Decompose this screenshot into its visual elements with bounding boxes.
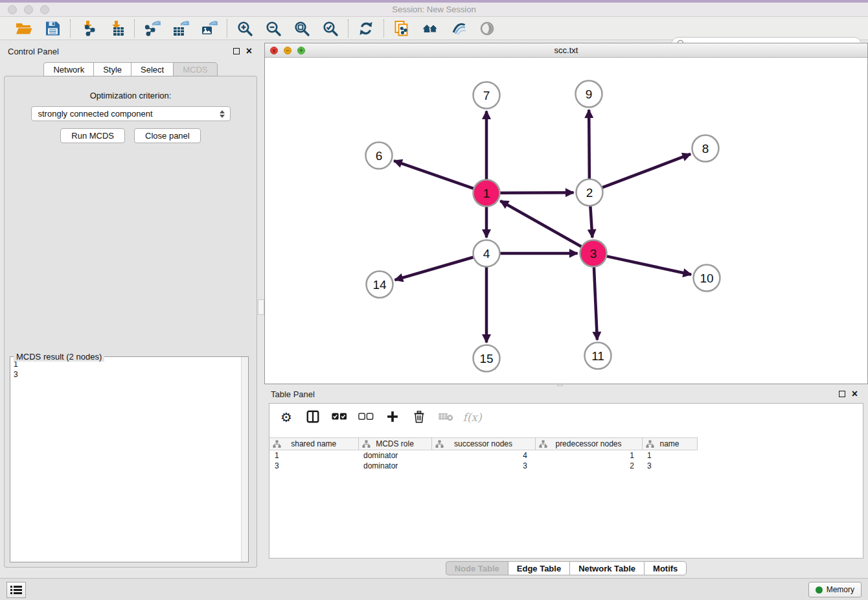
mcds-tab-panel: Optimization criterion: strongly connect… [4,76,257,568]
control-tab-select[interactable]: Select [131,62,173,76]
column-header-predecessor-nodes[interactable]: predecessor nodes [535,438,642,450]
column-layout-button[interactable] [304,409,321,426]
visual-style-swoosh-button[interactable] [450,19,468,38]
zoom-fit-icon [293,20,310,37]
export-table-button[interactable] [172,19,190,38]
graph-edge-3-11[interactable] [594,266,597,340]
column-layout-icon [306,410,320,426]
graph-edge-4-14[interactable] [395,257,474,280]
deselect-all-unchecked-button[interactable] [358,409,374,426]
add-column-button[interactable] [384,409,401,426]
delete-column-trash-button[interactable] [411,409,428,426]
table-tab-motifs[interactable]: Motifs [644,561,687,575]
graph-edge-2-3[interactable] [590,205,592,237]
optimization-criterion-label: Optimization criterion: [5,91,257,100]
main-toolbar [0,17,868,40]
graph-node-14[interactable]: 14 [367,271,393,298]
graph-node-6[interactable]: 6 [366,143,393,169]
table-panel-float-icon[interactable] [839,391,845,397]
graph-node-1[interactable]: 1 [474,180,500,207]
run-mcds-button[interactable]: Run MCDS [60,128,125,143]
graph-node-9[interactable]: 9 [576,81,602,108]
graph-edge-1-2[interactable] [499,192,573,193]
svg-text:4: 4 [483,247,490,260]
network-view-frame: x − + scc.txt 7968124314101511 [264,43,868,384]
mcds-result-scrollbar[interactable] [241,357,248,562]
table-cell[interactable]: 3 [269,461,358,471]
table-tab-node-table[interactable]: Node Table [446,561,508,575]
network-frame-titlebar[interactable]: x − + scc.txt [265,43,867,58]
close-panel-button[interactable]: Close panel [134,128,201,143]
node-table[interactable]: shared nameMCDS rolesuccessor nodesprede… [269,437,707,471]
column-header-shared-name[interactable]: shared name [269,438,358,450]
graph-edge-3-10[interactable] [606,256,691,274]
save-session-icon [44,20,61,37]
table-cell[interactable]: dominator [358,461,431,471]
import-table-button[interactable] [108,19,126,38]
table-cell[interactable]: 3 [642,461,697,471]
zoom-in-icon [236,20,253,37]
table-tab-edge-table[interactable]: Edge Table [508,561,569,575]
network-canvas[interactable]: 7968124314101511 [265,58,867,384]
column-header-successor-nodes[interactable]: successor nodes [431,438,535,450]
mcds-result-text: 1 3 [10,357,241,562]
graph-node-7[interactable]: 7 [474,82,500,109]
settings-gear-button[interactable]: ⚙ [278,409,295,426]
table-row[interactable]: 3dominator323 [269,461,707,471]
column-header-MCDS-role[interactable]: MCDS role [358,438,431,450]
table-cell[interactable]: dominator [358,450,431,461]
graph-node-15[interactable]: 15 [474,345,500,372]
save-session-button[interactable] [43,19,62,38]
add-column-icon [386,410,399,425]
control-tab-mcds[interactable]: MCDS [173,62,217,76]
memory-button[interactable]: Memory [808,582,862,597]
select-all-checked-button[interactable] [331,409,348,426]
copy-network-button[interactable] [393,19,411,38]
table-panel-close-icon[interactable]: × [852,391,858,397]
column-header-name[interactable]: name [642,438,697,450]
svg-text:9: 9 [586,87,593,101]
table-row[interactable]: 1dominator411 [269,450,707,461]
refresh-layout-button[interactable] [357,19,375,38]
graph-edge-1-6[interactable] [394,161,474,189]
criterion-dropdown[interactable]: strongly connected component [31,106,231,121]
birdseye-eye-button[interactable] [478,19,496,38]
zoom-selected-icon [322,20,339,37]
control-panel-float-icon[interactable] [233,48,240,54]
export-network-button[interactable] [143,19,161,38]
table-cell[interactable]: 2 [535,461,642,471]
memory-status-icon [816,586,823,594]
graph-node-10[interactable]: 10 [694,265,720,292]
vertical-splitter-handle[interactable] [258,299,264,315]
graph-edge-2-8[interactable] [602,154,691,188]
control-panel-close-icon[interactable]: × [246,48,252,54]
table-tab-network-table[interactable]: Network Table [569,561,644,575]
table-cell[interactable]: 1 [535,450,642,461]
table-cell[interactable]: 3 [431,461,535,471]
graph-node-2[interactable]: 2 [577,179,603,206]
zoom-selected-button[interactable] [321,19,339,38]
graph-node-3[interactable]: 3 [580,240,607,267]
graph-node-11[interactable]: 11 [585,343,611,369]
svg-text:15: 15 [479,352,493,365]
zoom-fit-button[interactable] [293,19,311,38]
export-image-button[interactable] [200,19,218,38]
graph-edge-2-9[interactable] [589,110,589,179]
table-cell[interactable]: 1 [269,450,358,461]
birdseye-eye-icon [479,20,496,37]
control-tab-style[interactable]: Style [93,62,131,76]
open-session-icon [16,20,32,37]
graph-node-4[interactable]: 4 [474,240,500,267]
open-session-button[interactable] [15,19,33,38]
zoom-out-button[interactable] [264,19,282,38]
zoom-in-button[interactable] [236,19,254,38]
export-network-icon [144,20,161,37]
table-cell[interactable]: 1 [642,450,697,461]
task-history-button[interactable] [6,582,26,598]
table-cell[interactable]: 4 [431,450,535,461]
graph-node-8[interactable]: 8 [692,135,719,162]
import-network-button[interactable] [79,19,97,38]
graph-edge-3-1[interactable] [500,201,582,247]
control-tab-network[interactable]: Network [43,62,93,76]
neighbor-houses-button[interactable] [421,19,439,38]
